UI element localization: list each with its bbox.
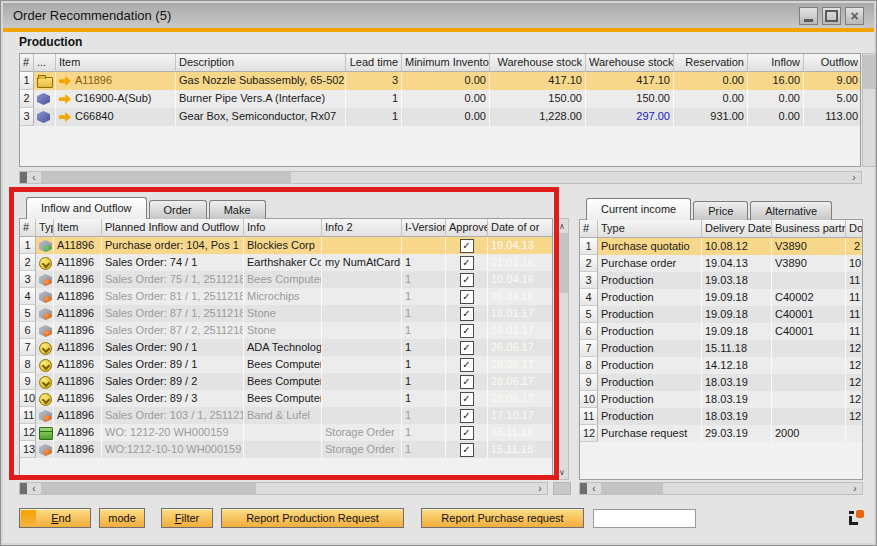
cell-business-partner[interactable]: C40001 bbox=[772, 323, 846, 340]
cell-delivery-date[interactable]: 18.03.19 bbox=[702, 391, 772, 408]
production-table-row[interactable]: 3 C66840 Gear Box, Semiconductor, Rx07 1… bbox=[20, 108, 860, 126]
cell-info2[interactable] bbox=[322, 237, 402, 254]
cell-row-number[interactable]: 2 bbox=[580, 255, 598, 272]
cell-row-number[interactable]: 2 bbox=[20, 254, 36, 271]
inflow-outflow-row[interactable]: 9 A11896 Sales Order: 89 / 2 Bees Comput… bbox=[20, 373, 552, 390]
current-income-row[interactable]: 1 Purchase quotatio 10.08.12 V3890 2 bbox=[580, 238, 862, 255]
production-table-row[interactable]: 1 A11896 Gas Nozzle Subassembly, 65-5025… bbox=[20, 72, 860, 90]
cell-description[interactable]: Burner Pipe Vers.A (Interface) bbox=[176, 90, 346, 108]
inflow-outflow-row[interactable]: 11 A11896 Sales Order: 103 / 1, 2511218 … bbox=[20, 407, 552, 424]
cell-row-number[interactable]: 9 bbox=[20, 373, 36, 390]
cell-business-partner[interactable]: C40002 bbox=[772, 289, 846, 306]
cell-info2[interactable]: my NumAtCard-74 bbox=[322, 254, 402, 271]
cell-info[interactable]: Bees Computers bbox=[244, 356, 322, 373]
cell-item[interactable]: A11896 bbox=[54, 305, 102, 322]
scrollbar-thumb[interactable] bbox=[41, 483, 256, 494]
cell-row-number[interactable]: 7 bbox=[580, 340, 598, 357]
column-header-inflow[interactable]: Inflow bbox=[748, 54, 804, 72]
filter-button[interactable]: Filter bbox=[161, 508, 213, 528]
cell-document[interactable]: 11 bbox=[846, 272, 863, 289]
cell-type[interactable]: Purchase request bbox=[598, 425, 702, 442]
current-income-row[interactable]: 7 Production 15.11.18 12 bbox=[580, 340, 862, 357]
cell-info2[interactable]: Storage Order bbox=[322, 424, 402, 441]
cell-info2[interactable] bbox=[322, 305, 402, 322]
cell-row-number[interactable]: 2 bbox=[20, 90, 34, 108]
cell-planned-inflow-outflow[interactable]: Sales Order: 103 / 1, 2511218 bbox=[102, 407, 244, 424]
cell-delivery-date[interactable]: 19.09.18 bbox=[702, 323, 772, 340]
approved-checkbox[interactable]: ✓ bbox=[460, 239, 474, 253]
cell-lead-time[interactable]: 1 bbox=[346, 90, 402, 108]
inflow-outflow-horizontal-scrollbar[interactable]: ‹ › bbox=[19, 482, 548, 495]
current-income-row[interactable]: 8 Production 14.12.18 12 bbox=[580, 357, 862, 374]
cell-info2[interactable] bbox=[322, 390, 402, 407]
cell-date-of-order[interactable]: 15.11.18 bbox=[488, 424, 553, 441]
scroll-left-icon[interactable]: ‹ bbox=[587, 483, 601, 494]
production-table-vertical-scrollbar[interactable] bbox=[862, 53, 876, 167]
collapse-expand-icon[interactable] bbox=[849, 510, 864, 525]
cell-info[interactable]: ADA Technologi bbox=[244, 339, 322, 356]
cell-document[interactable]: 12 bbox=[846, 391, 863, 408]
column-header-type[interactable]: ... bbox=[34, 54, 56, 72]
cell-row-number[interactable]: 12 bbox=[20, 424, 36, 441]
cell-item[interactable]: C66840 bbox=[56, 108, 176, 126]
cell-reservation[interactable]: 0.00 bbox=[674, 72, 748, 90]
cell-lead-time[interactable]: 3 bbox=[346, 72, 402, 90]
cell-date-of-order[interactable]: 26.06.17 bbox=[488, 339, 553, 356]
cell-document[interactable]: 12 bbox=[846, 357, 863, 374]
cell-document[interactable]: 11 bbox=[846, 323, 863, 340]
cell-date-of-order[interactable]: 28.06.17 bbox=[488, 356, 553, 373]
column-header-info2[interactable]: Info 2 bbox=[322, 219, 402, 237]
cell-business-partner[interactable]: 2000 bbox=[772, 425, 846, 442]
cell-business-partner[interactable] bbox=[772, 340, 846, 357]
cell-planned-inflow-outflow[interactable]: WO: 1212-20 WH000159 bbox=[102, 424, 244, 441]
cell-row-number[interactable]: 4 bbox=[20, 288, 36, 305]
cell-info2[interactable] bbox=[322, 407, 402, 424]
inflow-outflow-row[interactable]: 8 A11896 Sales Order: 89 / 1 Bees Comput… bbox=[20, 356, 552, 373]
cell-warehouse-stock-1[interactable]: 150.00 bbox=[490, 90, 586, 108]
current-income-row[interactable]: 12 Purchase request 29.03.19 2000 bbox=[580, 425, 862, 442]
cell-business-partner[interactable] bbox=[772, 374, 846, 391]
cell-item[interactable]: A11896 bbox=[54, 373, 102, 390]
cell-planned-inflow-outflow[interactable]: Sales Order: 87 / 2, 2511218 bbox=[102, 322, 244, 339]
cell-i-version[interactable]: 1 bbox=[402, 407, 446, 424]
cell-info2[interactable] bbox=[322, 288, 402, 305]
cell-delivery-date[interactable]: 29.03.19 bbox=[702, 425, 772, 442]
scrollbar-thumb[interactable] bbox=[556, 233, 568, 293]
column-header-delivery-date[interactable]: Delivery Date bbox=[702, 220, 772, 238]
approved-checkbox[interactable]: ✓ bbox=[460, 358, 474, 372]
inflow-outflow-vertical-scrollbar[interactable]: ∧ ∨ bbox=[555, 218, 569, 480]
column-header-info[interactable]: Info bbox=[244, 219, 322, 237]
cell-delivery-date[interactable]: 19.09.18 bbox=[702, 306, 772, 323]
approved-checkbox[interactable]: ✓ bbox=[460, 341, 474, 355]
cell-type[interactable]: Production bbox=[598, 323, 702, 340]
cell-delivery-date[interactable]: 15.11.18 bbox=[702, 340, 772, 357]
cell-item[interactable]: A11896 bbox=[54, 441, 102, 458]
cell-planned-inflow-outflow[interactable]: WO:1212-10-10 WH000159 bbox=[102, 441, 244, 458]
scroll-up-icon[interactable]: ∧ bbox=[556, 219, 568, 233]
inflow-outflow-row[interactable]: 6 A11896 Sales Order: 87 / 2, 2511218 St… bbox=[20, 322, 552, 339]
close-button[interactable]: × bbox=[845, 7, 864, 25]
cell-business-partner[interactable] bbox=[772, 272, 846, 289]
inflow-outflow-row[interactable]: 4 A11896 Sales Order: 81 / 1, 2511218 Mi… bbox=[20, 288, 552, 305]
cell-date-of-order[interactable]: 17.10.17 bbox=[488, 407, 553, 424]
approved-checkbox[interactable]: ✓ bbox=[460, 324, 474, 338]
cell-delivery-date[interactable]: 18.03.19 bbox=[702, 374, 772, 391]
warehouse-stock-value[interactable]: 297.00 bbox=[636, 110, 670, 122]
column-header-planned-inflow-outflow[interactable]: Planned Inflow and Outflow bbox=[102, 219, 244, 237]
cell-item-type[interactable] bbox=[34, 90, 56, 108]
cell-planned-inflow-outflow[interactable]: Sales Order: 81 / 1, 2511218 bbox=[102, 288, 244, 305]
column-header-num[interactable]: # bbox=[20, 219, 36, 237]
report-production-request-button[interactable]: Report Production Request bbox=[221, 508, 404, 528]
cell-description[interactable]: Gear Box, Semiconductor, Rx07 bbox=[176, 108, 346, 126]
cell-order-type[interactable] bbox=[36, 271, 54, 288]
column-header-approved[interactable]: Approved bbox=[446, 219, 488, 237]
cell-i-version[interactable]: 1 bbox=[402, 288, 446, 305]
cell-document[interactable]: 2 bbox=[846, 238, 863, 255]
cell-planned-inflow-outflow[interactable]: Sales Order: 74 / 1 bbox=[102, 254, 244, 271]
current-income-row[interactable]: 5 Production 19.09.18 C40001 11 bbox=[580, 306, 862, 323]
scrollbar-track[interactable] bbox=[256, 483, 533, 494]
column-header-num[interactable]: # bbox=[20, 54, 34, 72]
cell-type[interactable]: Production bbox=[598, 340, 702, 357]
cell-info[interactable]: Blockies Corp bbox=[244, 237, 322, 254]
cell-order-type[interactable] bbox=[36, 356, 54, 373]
